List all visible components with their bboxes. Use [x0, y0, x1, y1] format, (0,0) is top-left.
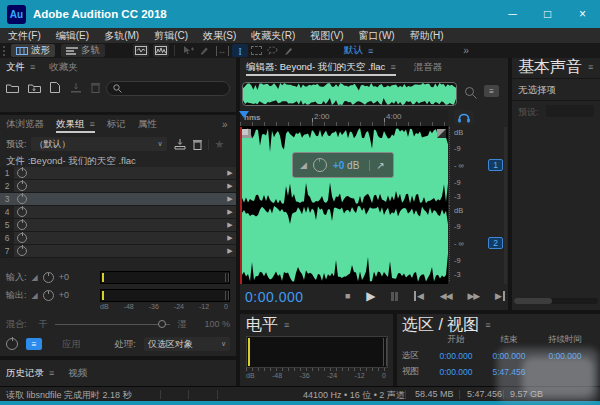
time-selection-tool[interactable]: I	[232, 44, 248, 57]
import-file-icon[interactable]	[28, 83, 41, 93]
save-preset-icon[interactable]	[174, 139, 186, 150]
play-button[interactable]: ▶	[366, 289, 375, 303]
tab-video[interactable]: 视频	[68, 364, 87, 382]
zoom-selection-icon[interactable]	[464, 86, 478, 100]
scrollbar-thumb[interactable]	[514, 298, 552, 304]
view-start-value[interactable]: 0:00.000	[429, 367, 483, 377]
workspace-selector[interactable]: 默认 ≡	[344, 44, 373, 57]
skip-to-end-button[interactable]: ▶	[495, 291, 505, 301]
mix-slider-knob[interactable]	[158, 320, 166, 328]
tab-media-browser[interactable]: 体浏览器	[6, 115, 44, 133]
menu-item-effects[interactable]: 效果(S)	[203, 29, 236, 43]
pin-icon[interactable]: ↗	[369, 160, 384, 171]
tab-history[interactable]: 历史记录 ≡	[6, 364, 54, 382]
power-icon[interactable]	[17, 168, 27, 178]
power-icon[interactable]	[17, 246, 27, 256]
effect-slot-row[interactable]: 1 ▶	[0, 167, 236, 180]
input-gain-value[interactable]: +0	[59, 272, 69, 282]
toolbar-grip[interactable]	[3, 46, 7, 56]
effect-slot[interactable]	[30, 206, 224, 218]
panel-menu-icon[interactable]: ≡	[485, 320, 490, 330]
pause-button[interactable]	[391, 292, 398, 301]
mix-slider[interactable]	[55, 324, 171, 325]
paintbrush-tool[interactable]	[280, 44, 296, 57]
effect-slot-row-selected[interactable]: 3 ▶	[0, 193, 236, 206]
overview-strip[interactable]	[242, 82, 457, 106]
panel-menu-icon[interactable]: ≡	[390, 62, 395, 72]
playhead-marker[interactable]	[239, 111, 249, 118]
maximize-button[interactable]: □	[530, 0, 565, 28]
horizontal-scrollbar[interactable]	[514, 298, 598, 304]
toolbar-overflow-icon[interactable]: »	[463, 45, 469, 56]
tab-files[interactable]: 文件 ≡	[6, 58, 35, 76]
effect-slot[interactable]	[30, 232, 224, 244]
spectral-display-button[interactable]	[153, 44, 169, 57]
move-tool[interactable]	[180, 44, 196, 57]
delete-preset-icon[interactable]	[193, 139, 202, 150]
razor-tool[interactable]	[196, 44, 212, 57]
waveform-display-button[interactable]	[133, 44, 149, 57]
slot-arrow-icon[interactable]: ▶	[224, 180, 236, 192]
effect-slot[interactable]	[30, 245, 224, 257]
process-select[interactable]: 仅选区对象 ∨	[144, 337, 230, 351]
minimize-button[interactable]: ─	[495, 0, 530, 28]
mix-value[interactable]: 100 %	[204, 319, 230, 329]
power-icon[interactable]	[17, 181, 27, 191]
hud-gain-value[interactable]: +0	[333, 160, 344, 171]
insert-multitrack-icon[interactable]	[70, 82, 82, 93]
panel-menu-icon[interactable]: ≡	[30, 62, 35, 72]
effect-slot-row[interactable]: 5 ▶	[0, 219, 236, 232]
view-end-value[interactable]: 5:47.456	[483, 367, 535, 377]
gain-hud[interactable]: ◢ +0 dB ↗	[292, 152, 394, 178]
menu-item-file[interactable]: 文件(F)	[8, 29, 41, 43]
multitrack-view-button[interactable]: 多轨	[61, 44, 105, 57]
effect-slot-row[interactable]: 7 ▶	[0, 245, 236, 258]
marquee-tool[interactable]	[248, 44, 264, 57]
rack-power-icon[interactable]	[6, 338, 18, 350]
slot-arrow-icon[interactable]: ▶	[224, 193, 236, 205]
panel-menu-icon[interactable]: ≡	[49, 368, 54, 378]
selection-start-value[interactable]: 0:00.000	[429, 351, 483, 361]
trash-icon[interactable]	[91, 82, 100, 93]
tab-favorites[interactable]: 收藏夹	[49, 58, 78, 76]
slot-arrow-icon[interactable]: ▶	[224, 232, 236, 244]
stop-button[interactable]: ■	[345, 291, 350, 301]
editor-menu-icon[interactable]: ≡	[484, 85, 499, 97]
selection-duration-value[interactable]: 0:00.000	[535, 351, 595, 361]
effect-slot-row[interactable]: 4 ▶	[0, 206, 236, 219]
tabs-overflow-icon[interactable]: »	[222, 119, 228, 130]
slot-arrow-icon[interactable]: ▶	[224, 219, 236, 231]
open-file-icon[interactable]	[6, 83, 19, 93]
channel-1-button[interactable]: 1	[488, 159, 503, 171]
tab-mixer[interactable]: 混音器	[414, 58, 443, 76]
tab-levels[interactable]: 电平 ≡	[246, 316, 289, 334]
slip-tool[interactable]: ↔	[212, 44, 232, 57]
fade-out-handle[interactable]	[437, 129, 446, 138]
power-icon[interactable]	[17, 233, 27, 243]
power-icon[interactable]	[17, 194, 27, 204]
tab-properties[interactable]: 属性	[138, 115, 157, 133]
effect-slot[interactable]	[30, 180, 224, 192]
menu-item-help[interactable]: 帮助(H)	[410, 29, 444, 43]
panel-menu-icon[interactable]: ≡	[588, 62, 593, 72]
menu-item-favorites[interactable]: 收藏夹(R)	[251, 29, 295, 43]
preset-select[interactable]: （默认） ∨	[31, 137, 167, 151]
slot-arrow-icon[interactable]: ▶	[224, 167, 236, 179]
selection-end-value[interactable]: 0:00.000	[483, 351, 535, 361]
panel-menu-icon[interactable]: ≡	[284, 320, 289, 330]
effect-slot[interactable]	[30, 167, 224, 179]
slot-arrow-icon[interactable]: ▶	[224, 245, 236, 257]
menu-item-window[interactable]: 窗口(W)	[359, 29, 395, 43]
tab-markers[interactable]: 标记	[107, 115, 126, 133]
tab-essential-sound[interactable]: 基本声音 ≡	[518, 58, 593, 76]
effect-slot[interactable]	[30, 193, 224, 205]
channel-2-button[interactable]: 2	[488, 237, 503, 249]
fast-forward-button[interactable]: ▶▶	[467, 291, 479, 301]
timeline-ruler[interactable]: hms 2:00 4:00	[240, 110, 448, 127]
menu-item-edit[interactable]: 编辑(E)	[56, 29, 89, 43]
rack-list-button[interactable]: ≡	[26, 338, 42, 350]
vertical-scrollbar[interactable]	[504, 127, 507, 284]
new-file-icon[interactable]	[50, 82, 61, 93]
monitor-button[interactable]	[454, 110, 474, 125]
power-icon[interactable]	[17, 220, 27, 230]
